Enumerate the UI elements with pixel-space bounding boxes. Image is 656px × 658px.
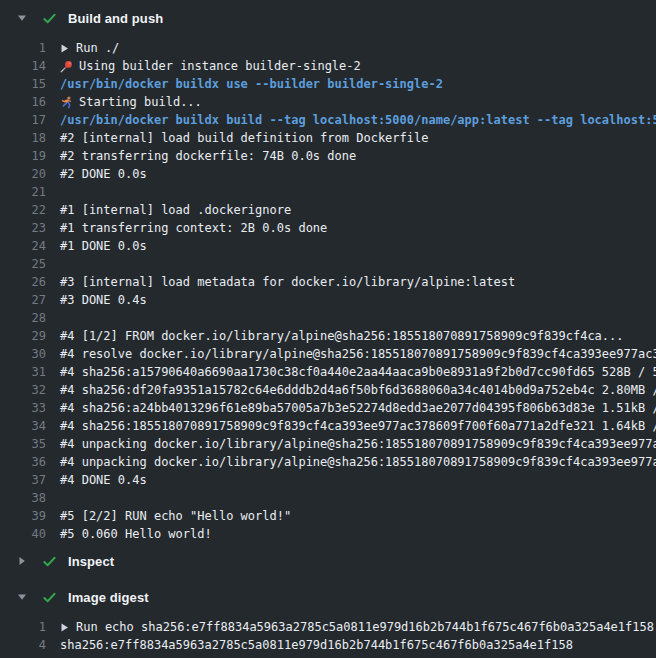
success-check-icon — [42, 11, 57, 26]
log-text: Starting build... — [60, 93, 202, 111]
log-line: 21 — [0, 183, 656, 201]
log-text: sha256:e7ff8834a5963a2785c5a0811e979d16b… — [60, 636, 573, 654]
log-section-inspect: Inspect — [0, 543, 656, 579]
line-number[interactable]: 31 — [0, 363, 46, 381]
line-number[interactable]: 24 — [0, 237, 46, 255]
log-text: #4 unpacking docker.io/library/alpine@sh… — [60, 453, 656, 471]
log-text: #4 resolve docker.io/library/alpine@sha2… — [60, 345, 656, 363]
log-line: 28 — [0, 309, 656, 327]
log-line: 19#2 transferring dockerfile: 74B 0.0s d… — [0, 147, 656, 165]
group-toggle-icon[interactable] — [60, 622, 69, 633]
line-number[interactable]: 14 — [0, 57, 46, 75]
log-line: 29#4 [1/2] FROM docker.io/library/alpine… — [0, 327, 656, 345]
log-text: /usr/bin/docker buildx build --tag local… — [60, 111, 656, 129]
log-line: 27#3 DONE 0.4s — [0, 291, 656, 309]
log-text: #4 DONE 0.4s — [60, 471, 147, 489]
line-number[interactable]: 21 — [0, 183, 46, 201]
line-number[interactable]: 23 — [0, 219, 46, 237]
section-title: Build and push — [68, 11, 163, 26]
line-number[interactable]: 16 — [0, 93, 46, 111]
log-text: #4 sha256:a24bb4013296f61e89ba57005a7b3e… — [60, 399, 656, 417]
log-line: 22#1 [internal] load .dockerignore — [0, 201, 656, 219]
actions-log-viewer: { "colors": { "background": "#24292e", "… — [0, 0, 656, 658]
group-toggle-icon[interactable] — [60, 43, 69, 54]
line-number[interactable]: 37 — [0, 471, 46, 489]
line-number[interactable]: 35 — [0, 435, 46, 453]
line-number[interactable]: 34 — [0, 417, 46, 435]
log-line: 34#4 sha256:185518070891758909c9f839cf4c… — [0, 417, 656, 435]
line-number[interactable]: 38 — [0, 489, 46, 507]
log-line: 38 — [0, 489, 656, 507]
log-line: 31#4 sha256:a15790640a6690aa1730c38cf0a4… — [0, 363, 656, 381]
section-header-inspect[interactable]: Inspect — [0, 543, 656, 579]
line-number[interactable]: 1 — [0, 618, 46, 636]
group-command-text[interactable]: Run echo sha256:e7ff8834a5963a2785c5a081… — [60, 618, 654, 636]
line-number[interactable]: 17 — [0, 111, 46, 129]
log-text: #2 DONE 0.0s — [60, 165, 147, 183]
chevron-down-icon[interactable] — [17, 592, 27, 602]
line-number[interactable]: 27 — [0, 291, 46, 309]
log-text: #4 unpacking docker.io/library/alpine@sh… — [60, 435, 656, 453]
log-line: 1Run echo sha256:e7ff8834a5963a2785c5a08… — [0, 618, 656, 636]
log-line: 32#4 sha256:df20fa9351a15782c64e6dddb2d4… — [0, 381, 656, 399]
section-header-image-digest[interactable]: Image digest — [0, 579, 656, 615]
line-number[interactable]: 22 — [0, 201, 46, 219]
log-line: 36#4 unpacking docker.io/library/alpine@… — [0, 453, 656, 471]
line-number[interactable]: 33 — [0, 399, 46, 417]
log-line: 35#4 unpacking docker.io/library/alpine@… — [0, 435, 656, 453]
log-text: #1 [internal] load .dockerignore — [60, 201, 291, 219]
log-line: 25 — [0, 255, 656, 273]
log-section-image-digest: Image digest 1Run echo sha256:e7ff8834a5… — [0, 579, 656, 654]
line-number[interactable]: 15 — [0, 75, 46, 93]
line-number[interactable]: 26 — [0, 273, 46, 291]
log-line: 23#1 transferring context: 2B 0.0s done — [0, 219, 656, 237]
log-line: 17/usr/bin/docker buildx build --tag loc… — [0, 111, 656, 129]
log-line: 39#5 [2/2] RUN echo "Hello world!" — [0, 507, 656, 525]
log-text: #4 sha256:a15790640a6690aa1730c38cf0a440… — [60, 363, 656, 381]
line-number[interactable]: 4 — [0, 636, 46, 654]
log-line: 16Starting build... — [0, 93, 656, 111]
success-check-icon — [42, 554, 57, 569]
log-line: 37#4 DONE 0.4s — [0, 471, 656, 489]
log-line: 15/usr/bin/docker buildx use --builder b… — [0, 75, 656, 93]
section-header-build-and-push[interactable]: Build and push — [0, 0, 656, 36]
log-line: 20#2 DONE 0.0s — [0, 165, 656, 183]
log-line: 14Using builder instance builder-single-… — [0, 57, 656, 75]
group-command-text[interactable]: Run ./ — [60, 39, 119, 57]
line-number[interactable]: 28 — [0, 309, 46, 327]
line-number[interactable]: 25 — [0, 255, 46, 273]
chevron-right-icon[interactable] — [17, 556, 27, 566]
line-number[interactable]: 19 — [0, 147, 46, 165]
pushpin-icon — [60, 60, 73, 73]
log-lines: 1Run ./14Using builder instance builder-… — [0, 36, 656, 543]
success-check-icon — [42, 590, 57, 605]
log-text: /usr/bin/docker buildx use --builder bui… — [60, 75, 443, 93]
line-number[interactable]: 36 — [0, 453, 46, 471]
log-text: #3 DONE 0.4s — [60, 291, 147, 309]
log-text: #1 DONE 0.0s — [60, 237, 147, 255]
line-number[interactable]: 39 — [0, 507, 46, 525]
log-line: 30#4 resolve docker.io/library/alpine@sh… — [0, 345, 656, 363]
section-title: Image digest — [68, 590, 149, 605]
log-line: 33#4 sha256:a24bb4013296f61e89ba57005a7b… — [0, 399, 656, 417]
line-number[interactable]: 32 — [0, 381, 46, 399]
log-line: 4sha256:e7ff8834a5963a2785c5a0811e979d16… — [0, 636, 656, 654]
log-text: #2 [internal] load build definition from… — [60, 129, 428, 147]
log-section-build-and-push: Build and push 1Run ./14Using builder in… — [0, 0, 656, 543]
log-text: #1 transferring context: 2B 0.0s done — [60, 219, 327, 237]
line-number[interactable]: 1 — [0, 39, 46, 57]
log-text: #5 [2/2] RUN echo "Hello world!" — [60, 507, 291, 525]
log-lines: 1Run echo sha256:e7ff8834a5963a2785c5a08… — [0, 615, 656, 654]
line-number[interactable]: 40 — [0, 525, 46, 543]
line-number[interactable]: 20 — [0, 165, 46, 183]
log-text: #4 sha256:df20fa9351a15782c64e6dddb2d4a6… — [60, 381, 656, 399]
runner-icon — [60, 96, 73, 109]
section-title: Inspect — [68, 554, 114, 569]
chevron-down-icon[interactable] — [17, 13, 27, 23]
log-text: Using builder instance builder-single-2 — [60, 57, 361, 75]
line-number[interactable]: 29 — [0, 327, 46, 345]
line-number[interactable]: 18 — [0, 129, 46, 147]
line-number[interactable]: 30 — [0, 345, 46, 363]
log-line: 24#1 DONE 0.0s — [0, 237, 656, 255]
log-line: 26#3 [internal] load metadata for docker… — [0, 273, 656, 291]
